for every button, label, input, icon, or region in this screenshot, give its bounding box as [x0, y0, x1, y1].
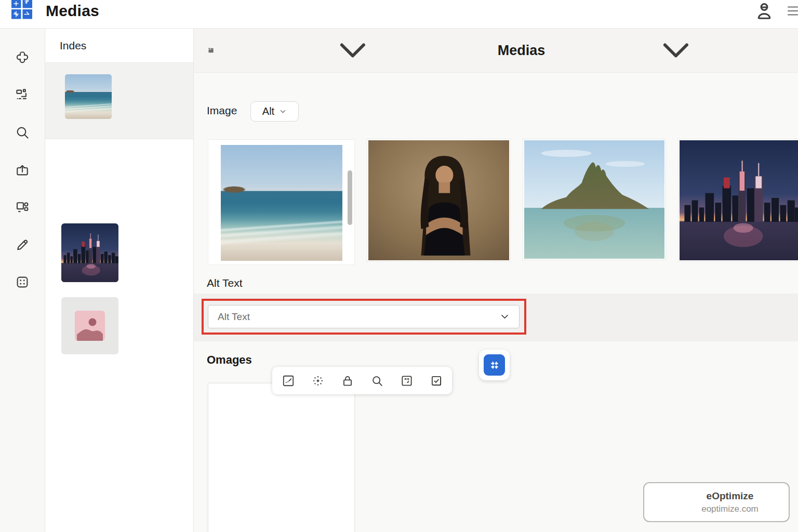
notes-icon[interactable]: [400, 374, 414, 388]
alt-text-select[interactable]: Alt Text: [208, 305, 520, 328]
lock-icon[interactable]: [341, 374, 354, 388]
alt-text-placeholder: Alt Text: [218, 311, 500, 323]
chevron-down-icon[interactable]: [554, 29, 798, 72]
watermark-card: eOptimize eoptimize.com: [643, 482, 790, 522]
sidebar-thumbnail-city[interactable]: [61, 223, 118, 282]
top-bar: Medias: [0, 0, 798, 29]
app-screen: Medias: [0, 0, 798, 532]
grid-logo-icon[interactable]: [484, 354, 505, 376]
alt-type-value: Alt: [262, 105, 274, 117]
breadcrumb-title[interactable]: Medias: [498, 43, 546, 59]
apps-icon[interactable]: [15, 274, 30, 290]
gallery-image-island[interactable]: [523, 139, 666, 260]
beach-photo: [221, 145, 342, 261]
city-photo: [680, 140, 798, 260]
city-photo: [61, 223, 118, 282]
omages-section-title: Omages: [207, 353, 252, 367]
edit-icon[interactable]: [15, 237, 30, 252]
sidebar-title: Indes: [45, 29, 193, 63]
breadcrumb: Medias: [194, 29, 798, 73]
chart-icon[interactable]: [282, 374, 295, 388]
card-scrollbar[interactable]: [348, 170, 352, 225]
devices-icon[interactable]: [15, 200, 30, 215]
chevron-down-icon: [279, 108, 287, 115]
media-sidebar: Indes: [45, 29, 194, 532]
dotted-circle-icon[interactable]: [311, 374, 325, 388]
blocks-icon[interactable]: [15, 87, 30, 103]
alt-type-dropdown-button[interactable]: Alt: [250, 101, 299, 122]
menu-icon[interactable]: [788, 2, 798, 20]
folder-icon[interactable]: [208, 43, 215, 58]
upload-icon[interactable]: [15, 162, 30, 178]
chevron-down-icon: [500, 312, 510, 322]
optimize-fab-card: [479, 350, 510, 380]
gallery-image-portrait[interactable]: [367, 139, 510, 261]
omages-image-card[interactable]: [208, 383, 355, 532]
sidebar-thumbnail-sunset-beach[interactable]: [61, 151, 118, 208]
watermark-title: eOptimize: [707, 490, 754, 502]
sidebar-thumbnail-placeholder[interactable]: [61, 297, 118, 354]
user-icon[interactable]: [754, 1, 774, 21]
main-panel: Medias Image Alt: [194, 29, 798, 532]
sidebar-thumbnail-beach[interactable]: [65, 74, 112, 119]
alt-text-label: Alt Text: [207, 277, 242, 289]
gallery-card-beach[interactable]: [208, 139, 355, 265]
search-icon[interactable]: [15, 125, 30, 140]
floating-toolbar: [272, 367, 452, 394]
clover-plugin-icon[interactable]: [15, 50, 30, 65]
search-icon[interactable]: [370, 374, 384, 388]
image-field-label: Image: [207, 104, 237, 117]
app-logo[interactable]: [11, 0, 32, 20]
chevron-down-icon[interactable]: [231, 29, 475, 72]
icon-rail: [0, 29, 45, 532]
watermark-domain: eoptimize.com: [701, 504, 759, 514]
island-photo: [524, 140, 664, 259]
task-check-icon[interactable]: [430, 374, 443, 388]
app-title: Medias: [46, 2, 99, 20]
gallery-image-city[interactable]: [679, 139, 798, 261]
image-placeholder-icon: [75, 311, 105, 341]
pastel-sunset-photo: [226, 394, 338, 524]
portrait-photo: [368, 140, 509, 260]
